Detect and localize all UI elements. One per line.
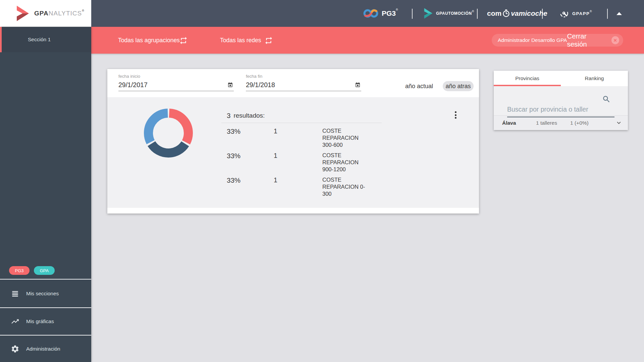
gpapp-wrench-icon bbox=[559, 8, 570, 18]
year-back-button[interactable]: año atras bbox=[443, 81, 474, 91]
sidebar-item-label: Mis secciones bbox=[26, 291, 59, 297]
swap-networks-icon[interactable] bbox=[264, 36, 273, 45]
sidebar-item-administracion[interactable]: Administración bbox=[0, 336, 91, 362]
card-menu-button[interactable] bbox=[452, 111, 459, 119]
pg3-label: PG3® bbox=[382, 9, 398, 17]
gpanalytics-logo: GPANALYTICS® bbox=[0, 0, 91, 27]
end-date-label: fecha fin bbox=[246, 74, 361, 79]
search-icon[interactable] bbox=[602, 95, 611, 104]
result-percent: 33% bbox=[221, 176, 274, 197]
result-label: COSTE REPARACION 300-600 bbox=[322, 127, 369, 148]
pg3-badge[interactable]: PG3 bbox=[9, 266, 30, 275]
results-card: fecha inicio 29/1/2017 fecha fin 29/1/20… bbox=[107, 69, 479, 214]
search-input[interactable] bbox=[507, 106, 614, 117]
top-header: GPANALYTICS® PG3® GPAUTOMOCIÓN® com vami… bbox=[0, 0, 644, 27]
card-header: fecha inicio 29/1/2017 fecha fin 29/1/20… bbox=[107, 69, 479, 97]
section-label: Sección 1 bbox=[28, 37, 51, 43]
result-percent: 33% bbox=[221, 152, 274, 173]
results-count-label: resultados: bbox=[233, 112, 265, 119]
trending-up-icon bbox=[11, 317, 19, 326]
header-divider bbox=[412, 9, 413, 19]
pg3-logo[interactable]: PG3® bbox=[363, 0, 398, 27]
panel-tabs: Provincias Ranking bbox=[494, 71, 628, 86]
province-name: Álava bbox=[502, 120, 536, 126]
collapse-header-button[interactable] bbox=[616, 0, 622, 27]
sidebar: Sección 1 PG3 GPA Mis secciones Mis gráf… bbox=[0, 27, 91, 362]
province-row-alava[interactable]: Álava 1 talleres 1 (+0%) bbox=[494, 115, 628, 130]
kebab-dot bbox=[455, 111, 457, 113]
groupings-filter-label[interactable]: Todas las agrupaciones bbox=[118, 27, 180, 54]
donut-chart-wrap bbox=[144, 109, 193, 158]
header-divider bbox=[607, 9, 608, 19]
header-divider bbox=[542, 9, 543, 19]
end-date-field[interactable]: fecha fin 29/1/2018 bbox=[246, 74, 361, 91]
stopwatch-icon bbox=[502, 9, 510, 18]
gpanalytics-arrow-icon bbox=[15, 5, 30, 22]
comvamicoche-pre-label: com bbox=[487, 9, 501, 17]
swap-groupings-icon[interactable] bbox=[179, 36, 188, 45]
caret-up-icon bbox=[616, 12, 622, 15]
sidebar-item-seccion-1[interactable]: Sección 1 bbox=[0, 27, 91, 52]
kebab-dot bbox=[455, 114, 457, 116]
result-label: COSTE REPARACION 0-300 bbox=[322, 176, 369, 197]
result-row[interactable]: 33% 1 COSTE REPARACION 900-1200 bbox=[221, 152, 382, 173]
result-count: 1 bbox=[274, 152, 322, 173]
results-list: 3 resultados: 33% 1 COSTE REPARACION 300… bbox=[221, 111, 382, 201]
result-label: COSTE REPARACION 900-1200 bbox=[322, 152, 369, 173]
gear-icon bbox=[11, 345, 19, 353]
list-icon bbox=[11, 289, 19, 298]
tab-ranking[interactable]: Ranking bbox=[561, 71, 628, 86]
gpautomocion-arrow-icon bbox=[423, 8, 433, 19]
start-date-value[interactable]: 29/1/2017 bbox=[118, 81, 148, 89]
result-row[interactable]: 33% 1 COSTE REPARACION 0-300 bbox=[221, 176, 382, 197]
gpapp-logo[interactable]: GPAPP® bbox=[559, 0, 592, 27]
calendar-icon[interactable] bbox=[227, 82, 233, 88]
user-name: Administrador Desarrollo GPA bbox=[498, 37, 567, 43]
results-count: 3 bbox=[227, 112, 230, 120]
results-divider bbox=[221, 123, 382, 123]
gpautomocion-label: GPAUTOMOCIÓN® bbox=[436, 11, 474, 16]
sidebar-item-mis-graficas[interactable]: Mis gráficas bbox=[0, 308, 91, 335]
header-divider bbox=[477, 9, 478, 19]
calendar-icon[interactable] bbox=[355, 82, 361, 88]
filter-toolbar: Todas las agrupaciones Todas las redes A… bbox=[91, 27, 644, 54]
province-value: 1 (+0%) bbox=[570, 120, 615, 126]
sidebar-item-mis-secciones[interactable]: Mis secciones bbox=[0, 280, 91, 307]
networks-filter-label[interactable]: Todas las redes bbox=[220, 27, 261, 54]
gpapp-label: GPAPP® bbox=[572, 11, 592, 16]
sidebar-item-label: Administración bbox=[26, 346, 60, 352]
start-date-label: fecha inicio bbox=[118, 74, 234, 79]
comvamicoche-logo[interactable]: com vamicoche bbox=[487, 0, 547, 27]
result-row[interactable]: 33% 1 COSTE REPARACION 300-600 bbox=[221, 127, 382, 148]
gpanalytics-wordmark: GPANALYTICS® bbox=[34, 10, 85, 17]
chevron-down-icon[interactable] bbox=[615, 119, 623, 127]
donut-chart[interactable] bbox=[144, 109, 193, 158]
chart-area: 3 resultados: 33% 1 COSTE REPARACION 300… bbox=[107, 97, 479, 208]
province-workshops: 1 talleres bbox=[536, 120, 570, 126]
results-header: 3 resultados: bbox=[221, 111, 382, 121]
user-session-pill: Administrador Desarrollo GPA Cerrar sesi… bbox=[492, 34, 623, 47]
tab-provincias[interactable]: Provincias bbox=[494, 71, 561, 86]
pg3-infinity-icon bbox=[363, 8, 379, 19]
gpa-badge[interactable]: GPA bbox=[34, 266, 55, 275]
result-count: 1 bbox=[274, 176, 322, 197]
logout-button[interactable]: Cerrar sesión bbox=[567, 32, 607, 48]
current-year-button[interactable]: año actual bbox=[401, 81, 437, 91]
gpautomocion-logo[interactable]: GPAUTOMOCIÓN® bbox=[423, 0, 474, 27]
card-footer bbox=[107, 208, 479, 214]
kebab-dot bbox=[455, 117, 457, 119]
sidebar-item-label: Mis gráficas bbox=[26, 318, 54, 324]
start-date-field[interactable]: fecha inicio 29/1/2017 bbox=[118, 74, 234, 91]
sidebar-badges: PG3 GPA bbox=[9, 266, 55, 275]
end-date-value[interactable]: 29/1/2018 bbox=[246, 81, 275, 89]
logout-close-icon[interactable]: ✕ bbox=[611, 36, 619, 44]
result-percent: 33% bbox=[221, 127, 274, 148]
result-count: 1 bbox=[274, 127, 322, 148]
